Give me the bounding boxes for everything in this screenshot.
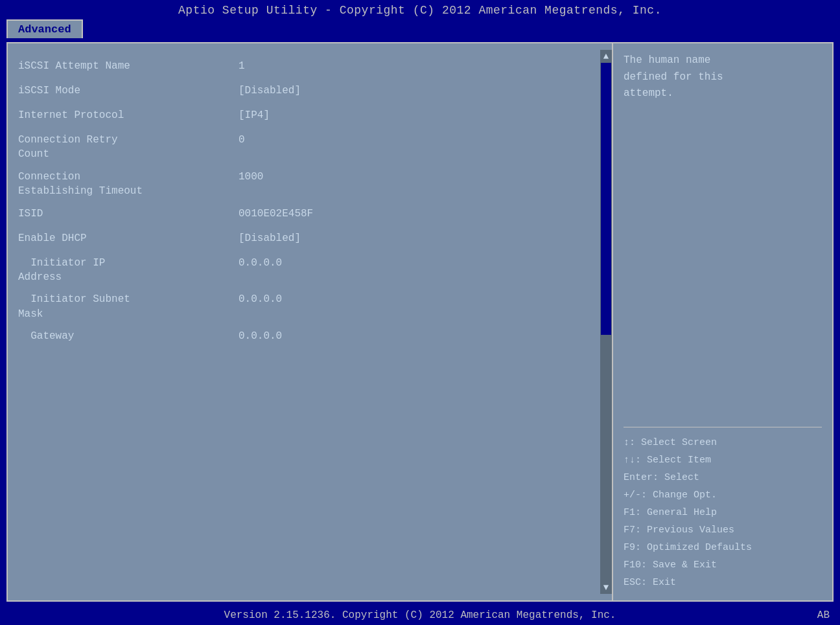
setting-row-internet-protocol[interactable]: Internet Protocol [IP4]	[18, 104, 590, 129]
key-optimized-defaults: F9: Optimized Defaults	[624, 539, 822, 556]
setting-value-initiator-subnet: 0.0.0.0	[239, 292, 282, 306]
content-area: iSCSI Attempt Name 1 iSCSI Mode [Disable…	[6, 42, 834, 602]
settings-list: iSCSI Attempt Name 1 iSCSI Mode [Disable…	[8, 50, 600, 594]
setting-label-iscsi-mode: iSCSI Mode	[18, 84, 239, 98]
setting-row-initiator-subnet[interactable]: Initiator SubnetMask 0.0.0.0	[18, 288, 590, 325]
key-save-exit: F10: Save & Exit	[624, 556, 822, 574]
setting-label-connection-retry: Connection RetryCount	[18, 133, 239, 162]
setting-value-iscsi-attempt: 1	[239, 59, 245, 73]
tab-bar: Advanced	[0, 19, 840, 38]
setting-row-iscsi-attempt[interactable]: iSCSI Attempt Name 1	[18, 55, 590, 80]
setting-label-initiator-subnet: Initiator SubnetMask	[18, 292, 239, 321]
key-legend: ↕: Select Screen ↑↓: Select Item Enter: …	[624, 434, 822, 591]
setting-value-initiator-ip: 0.0.0.0	[239, 256, 282, 270]
right-panel: The human name defined for this attempt.…	[612, 43, 832, 600]
setting-label-enable-dhcp: Enable DHCP	[18, 231, 239, 245]
setting-value-internet-protocol: [IP4]	[239, 108, 270, 122]
setting-label-gateway: Gateway	[18, 329, 239, 343]
divider	[624, 427, 822, 427]
setting-row-gateway[interactable]: Gateway 0.0.0.0	[18, 325, 590, 350]
scrollbar-arrow-up[interactable]: ▲	[600, 50, 612, 63]
setting-label-isid: ISID	[18, 207, 239, 221]
scrollbar-thumb[interactable]	[601, 63, 611, 335]
setting-row-initiator-ip[interactable]: Initiator IPAddress 0.0.0.0	[18, 252, 590, 289]
setting-row-connection-retry[interactable]: Connection RetryCount 0	[18, 129, 590, 166]
setting-label-internet-protocol: Internet Protocol	[18, 108, 239, 122]
setting-value-iscsi-mode: [Disabled]	[239, 84, 301, 98]
setting-row-connection-timeout[interactable]: ConnectionEstablishing Timeout 1000	[18, 166, 590, 203]
left-panel: iSCSI Attempt Name 1 iSCSI Mode [Disable…	[8, 43, 612, 600]
scrollbar[interactable]: ▲ ▼	[600, 50, 612, 594]
setting-row-iscsi-mode[interactable]: iSCSI Mode [Disabled]	[18, 80, 590, 104]
setting-value-isid: 0010E02E458F	[239, 207, 313, 221]
setting-value-gateway: 0.0.0.0	[239, 329, 282, 343]
setting-value-enable-dhcp: [Disabled]	[239, 231, 301, 245]
key-enter-select: Enter: Select	[624, 469, 822, 486]
setting-row-enable-dhcp[interactable]: Enable DHCP [Disabled]	[18, 227, 590, 252]
key-change-opt: +/-: Change Opt.	[624, 486, 822, 504]
tab-advanced[interactable]: Advanced	[6, 19, 83, 38]
key-general-help: F1: General Help	[624, 504, 822, 521]
main-content: iSCSI Attempt Name 1 iSCSI Mode [Disable…	[0, 38, 840, 606]
scrollbar-arrow-down[interactable]: ▼	[600, 581, 612, 594]
footer-wrapper: Version 2.15.1236. Copyright (C) 2012 Am…	[0, 606, 840, 625]
setting-row-isid[interactable]: ISID 0010E02E458F	[18, 203, 590, 227]
key-esc-exit: ESC: Exit	[624, 574, 822, 591]
help-text: The human name defined for this attempt.	[624, 52, 822, 420]
header-bar: Aptio Setup Utility - Copyright (C) 2012…	[0, 0, 840, 19]
footer-text: Version 2.15.1236. Copyright (C) 2012 Am…	[224, 609, 616, 621]
footer-bar: Version 2.15.1236. Copyright (C) 2012 Am…	[0, 606, 840, 625]
setting-label-connection-timeout: ConnectionEstablishing Timeout	[18, 170, 239, 199]
setting-value-connection-retry: 0	[239, 133, 245, 147]
setting-label-iscsi-attempt: iSCSI Attempt Name	[18, 59, 239, 73]
setting-label-initiator-ip: Initiator IPAddress	[18, 256, 239, 285]
key-previous-values: F7: Previous Values	[624, 521, 822, 539]
footer-ab: AB	[817, 609, 830, 621]
setting-value-connection-timeout: 1000	[239, 170, 263, 184]
header-title: Aptio Setup Utility - Copyright (C) 2012…	[178, 4, 662, 17]
key-select-item: ↑↓: Select Item	[624, 451, 822, 469]
key-select-screen: ↕: Select Screen	[624, 434, 822, 451]
